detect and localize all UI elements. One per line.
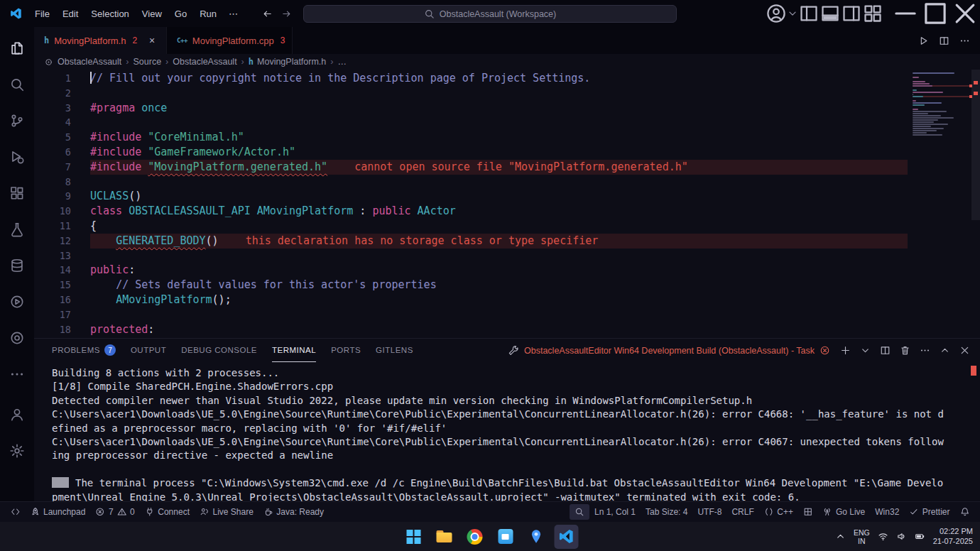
tab-MovingPlatform.cpp[interactable]: C++MovingPlatform.cpp3: [167, 27, 293, 54]
breadcrumb-item[interactable]: ObstacleAssault: [173, 57, 236, 67]
panel-tab-output[interactable]: OUTPUT: [131, 339, 166, 362]
menu-edit[interactable]: Edit: [56, 6, 85, 22]
explorer-icon[interactable]: [0, 30, 34, 66]
status-layout-status[interactable]: [798, 504, 818, 520]
more-menus-icon[interactable]: ⋯: [223, 6, 244, 22]
code-line-1[interactable]: 1// Fill out your copyright notice in th…: [34, 71, 980, 86]
wifi-icon[interactable]: [878, 531, 888, 542]
panel-tab-terminal[interactable]: TERMINAL: [272, 339, 316, 362]
code-line-6[interactable]: 6#include "GameFramework/Actor.h": [34, 145, 980, 160]
status-language-mode[interactable]: C++: [759, 504, 798, 520]
code-line-18[interactable]: 18protected:: [34, 322, 980, 337]
more-views-icon[interactable]: [0, 356, 34, 392]
accounts-icon[interactable]: [0, 396, 34, 432]
toggle-secondary-sidebar-icon[interactable]: [841, 3, 862, 24]
code-runner-icon[interactable]: [0, 283, 34, 320]
status-problems[interactable]: 70: [90, 504, 139, 520]
status-notifications[interactable]: [955, 504, 975, 520]
toggle-sidebar-icon[interactable]: [798, 3, 820, 24]
maximize-icon[interactable]: [920, 0, 950, 27]
code-line-4[interactable]: 4: [34, 115, 980, 130]
search-icon[interactable]: [0, 66, 34, 102]
menu-run[interactable]: Run: [193, 6, 223, 22]
panel-tab-gitlens[interactable]: GITLENS: [376, 339, 413, 362]
toggle-panel-icon[interactable]: [820, 3, 841, 24]
tab-MovingPlatform.h[interactable]: hMovingPlatform.h2×: [34, 27, 167, 54]
run-file-icon[interactable]: [918, 36, 929, 46]
start-icon[interactable]: [402, 525, 426, 549]
code-editor[interactable]: 1// Fill out your copyright notice in th…: [34, 70, 980, 338]
editor-more-actions-icon[interactable]: [959, 36, 970, 46]
panel-tab-debug-console[interactable]: DEBUG CONSOLE: [181, 339, 257, 362]
command-center-search[interactable]: ObstacleAssault (Workspace): [303, 5, 677, 23]
settings-icon[interactable]: [0, 432, 34, 469]
battery-icon[interactable]: [915, 531, 925, 542]
database-icon[interactable]: [0, 247, 34, 283]
status-indentation[interactable]: Tab Size: 4: [641, 504, 692, 520]
store-icon[interactable]: [494, 525, 518, 549]
status-live-share[interactable]: Live Share: [195, 504, 258, 520]
status-eol[interactable]: CRLF: [726, 504, 758, 520]
status-connect[interactable]: Connect: [140, 504, 195, 520]
close-panel-icon[interactable]: [959, 345, 970, 356]
new-terminal-icon[interactable]: [840, 345, 851, 356]
code-line-13[interactable]: 13: [34, 249, 980, 263]
menu-selection[interactable]: Selection: [85, 6, 135, 22]
clock[interactable]: 02:22 PM 21-07-2025: [933, 527, 973, 546]
status-cursor-position[interactable]: Ln 1, Col 1: [589, 504, 641, 520]
chrome-icon[interactable]: [463, 525, 487, 549]
menu-go[interactable]: Go: [168, 6, 193, 22]
status-prettier[interactable]: Prettier: [904, 504, 954, 520]
code-line-17[interactable]: 17: [34, 307, 980, 322]
panel-tab-problems[interactable]: PROBLEMS7: [52, 339, 116, 362]
extensions-icon[interactable]: [0, 175, 34, 211]
profile-dropdown-chevron-icon[interactable]: [787, 3, 798, 24]
panel-tab-ports[interactable]: PORTS: [331, 339, 361, 362]
minimap[interactable]: [913, 72, 969, 136]
code-line-2[interactable]: 2: [34, 86, 980, 101]
status-launchpad[interactable]: Launchpad: [26, 504, 91, 520]
breadcrumb-item[interactable]: Source: [134, 57, 162, 67]
breadcrumb-item[interactable]: …: [337, 57, 347, 67]
tray-chevron-icon[interactable]: [835, 531, 846, 542]
code-line-14[interactable]: 14public:: [34, 263, 980, 278]
split-editor-icon[interactable]: [939, 36, 949, 46]
status-platform[interactable]: Win32: [870, 504, 904, 520]
maximize-panel-icon[interactable]: [940, 345, 950, 356]
breadcrumb-item[interactable]: hMovingPlatform.h: [249, 57, 327, 67]
code-line-12[interactable]: 12 GENERATED_BODY()this declaration has …: [34, 234, 980, 249]
run-debug-icon[interactable]: [0, 138, 34, 175]
code-line-3[interactable]: 3#pragma once: [34, 101, 980, 116]
close-tab-icon[interactable]: ×: [145, 33, 159, 48]
volume-icon[interactable]: [896, 531, 907, 542]
minimize-icon[interactable]: [891, 0, 920, 27]
task-close-icon[interactable]: [820, 345, 830, 356]
close-icon[interactable]: [950, 0, 980, 27]
pin-icon[interactable]: [524, 525, 548, 549]
profile-icon[interactable]: [766, 3, 787, 24]
code-line-16[interactable]: 16 AMovingPlatform();: [34, 293, 980, 307]
testing-icon[interactable]: [0, 211, 34, 247]
code-line-9[interactable]: 9UCLASS(): [34, 189, 980, 204]
code-line-10[interactable]: 10class OBSTACLEASSAULT_API AMovingPlatf…: [34, 204, 980, 219]
kill-terminal-icon[interactable]: [900, 345, 910, 356]
code-line-5[interactable]: 5#include "CoreMinimal.h": [34, 130, 980, 145]
code-line-11[interactable]: 11{: [34, 219, 980, 234]
go-forward-icon[interactable]: [281, 9, 292, 19]
terminal-dropdown-icon[interactable]: [860, 345, 871, 356]
source-control-icon[interactable]: [0, 102, 34, 138]
language-indicator[interactable]: ENG IN: [854, 528, 870, 545]
status-terminal-find[interactable]: [570, 504, 589, 520]
status-encoding[interactable]: UTF-8: [692, 504, 726, 520]
status-java-status[interactable]: Java: Ready: [258, 504, 329, 520]
terminal-task[interactable]: ObstacleAssaultEditor Win64 Development …: [508, 345, 830, 356]
gitlens-icon[interactable]: [0, 320, 34, 356]
code-line-7[interactable]: 7#include "MovingPlatform.generated.h"ca…: [34, 160, 980, 175]
terminal-output[interactable]: Building 8 actions with 2 processes...[1…: [34, 362, 980, 501]
customize-layout-icon[interactable]: [862, 3, 883, 24]
breadcrumb-item[interactable]: ObstacleAssault: [58, 57, 121, 67]
menu-view[interactable]: View: [136, 6, 168, 22]
go-back-icon[interactable]: [262, 9, 273, 19]
menu-file[interactable]: File: [28, 6, 56, 22]
code-line-8[interactable]: 8: [34, 175, 980, 190]
